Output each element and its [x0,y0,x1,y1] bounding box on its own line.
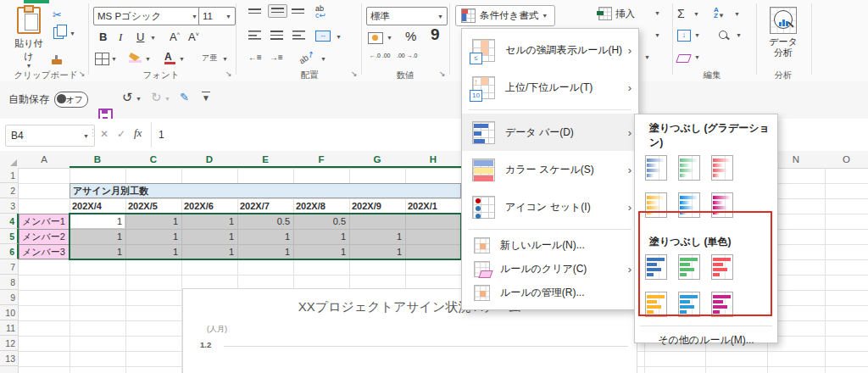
shrink-font-button[interactable]: A˅ [188,31,199,43]
decrease-indent-button[interactable]: ←≡ [248,53,262,62]
undo-icon[interactable]: ↺ [122,90,133,105]
row-header-10[interactable]: 10 [0,305,19,320]
row-header-7[interactable]: 7 [0,259,19,275]
wrap-text-button[interactable]: abc↩ [315,5,326,19]
fill-color-button[interactable] [129,53,142,63]
menu-item-data-bars[interactable]: データ バー(D)› [462,114,638,151]
menu-item-color-scales[interactable]: カラー スケール(S)› [462,151,638,188]
row-header-13[interactable]: 13 [0,351,19,366]
find-select-button[interactable] [719,31,727,39]
conditional-formatting-button[interactable]: 条件付き書式 ▼ [455,5,555,26]
borders-button[interactable] [95,53,109,65]
cell-B3[interactable]: 202X/4 [70,198,125,214]
cell-C4[interactable]: 1 [125,214,181,229]
databar-swatch-solid-orange[interactable] [645,292,667,317]
cell-E3[interactable]: 202X/7 [237,198,293,214]
menu-item-new-rule[interactable]: 新しいルール(N)... [462,233,638,257]
cell-D5[interactable]: 1 [181,229,237,244]
cell-G4[interactable] [349,214,405,229]
orientation-button[interactable]: ab↗ [298,48,316,65]
cut-button[interactable]: ✂ [53,8,62,21]
increase-decimal-button[interactable]: ←.0 .00 [370,53,391,58]
accounting-format-button[interactable] [368,32,383,44]
font-size-combo[interactable]: 11▼ [198,7,236,25]
col-header-O[interactable]: O [825,151,868,169]
fill-button[interactable]: ↓ [677,30,691,42]
merge-dropdown-arrow[interactable]: ▼ [336,34,342,40]
align-top-button[interactable] [248,8,261,15]
databar-swatch-solid-magenta[interactable] [711,292,733,317]
name-box-splitter[interactable]: ⋮ [88,127,97,138]
row-header-9[interactable]: 9 [0,290,19,305]
align-middle-button[interactable] [268,4,287,18]
select-all-corner[interactable] [0,151,19,169]
menu-item-top-bottom-rules[interactable]: ↑10 上位/下位ルール(T)› [462,69,638,106]
cell-F6[interactable]: 1 [293,244,349,259]
font-color-button[interactable]: A [164,51,175,64]
cell-D4[interactable]: 1 [181,214,237,229]
databar-swatch-solid-blue[interactable] [645,254,667,280]
cell-D6[interactable]: 1 [181,244,237,259]
data-analysis-button[interactable]: データ 分析 [763,7,804,58]
autosave-toggle[interactable]: オフ [54,92,88,108]
phonetic-dropdown-arrow[interactable]: ▼ [222,56,228,62]
cell-C6[interactable]: 1 [125,244,181,259]
find-dropdown-arrow[interactable]: ▼ [736,32,742,38]
underline-dropdown-arrow[interactable]: ▼ [150,35,156,41]
autosum-button[interactable]: Σ [677,7,685,20]
font-name-combo[interactable]: MS Pゴシック▼ [93,7,202,25]
percent-style-button[interactable]: % [405,29,416,43]
align-bottom-button[interactable] [292,8,304,15]
cell-B4[interactable]: 1 [70,214,125,229]
row-header-2[interactable]: 2 [0,183,19,198]
menu-item-highlight-cells-rules[interactable]: ≤ セルの強調表示ルール(H)› [462,31,638,69]
align-right-button[interactable] [292,31,305,40]
databar-swatch-gradient-purple[interactable] [711,192,733,218]
databar-swatch-solid-lightblue[interactable] [678,292,700,317]
align-left-button[interactable] [248,31,261,40]
qat-overflow-icon[interactable]: ▼ [202,92,210,103]
databar-swatch-gradient-lightblue[interactable] [678,192,700,218]
row-header-5[interactable]: 5 [0,229,19,244]
cell-F4[interactable]: 0.5 [293,214,349,229]
menu-item-manage-rules[interactable]: ルールの管理(R)... [462,281,638,304]
sort-filter-button[interactable]: AZ▼ [714,7,725,19]
cell-F5[interactable]: 1 [293,229,349,244]
row-header-8[interactable]: 8 [0,275,19,290]
cell-G3[interactable]: 202X/9 [349,198,405,214]
undo-dropdown-arrow[interactable]: ▼ [136,96,142,102]
row-header-14[interactable] [0,366,19,373]
borders-dropdown-arrow[interactable]: ▼ [111,56,117,62]
cell-A5-member[interactable]: メンバー2 [19,229,70,244]
decrease-decimal-button[interactable]: .00 →.0 [397,53,418,58]
row-header-1[interactable]: 1 [0,168,19,183]
cell-B6[interactable]: 1 [70,244,125,259]
cell-B2-table-title[interactable]: アサイン月別工数 [70,183,461,198]
paste-button[interactable]: 貼り付け ▼ [10,5,47,69]
merge-center-button[interactable]: ↔ [315,31,331,42]
databar-swatch-solid-green[interactable] [678,254,700,280]
font-dialog-launcher[interactable]: ↘ [225,70,232,78]
redo-icon[interactable]: ↻ [151,90,162,105]
fx-icon[interactable]: fx [134,126,142,140]
databar-swatch-gradient-orange[interactable] [645,192,667,218]
increase-indent-button[interactable]: →≡ [270,53,283,62]
databar-swatch-solid-red[interactable] [711,254,733,280]
name-box[interactable]: B4 ▼ [5,125,95,147]
cell-E5[interactable]: 1 [237,229,293,244]
number-format-combo[interactable]: 標準▼ [366,7,448,25]
ink-replay-icon[interactable]: ✎ [180,91,189,103]
databar-swatch-gradient-red[interactable] [711,155,733,181]
databar-swatch-gradient-green[interactable] [678,155,700,181]
sort-filter-dropdown-arrow[interactable]: ▼ [734,11,740,17]
clear-button[interactable] [677,54,690,63]
row-header-6[interactable]: 6 [0,244,19,259]
cell-B5[interactable]: 1 [70,229,125,244]
fill-color-dropdown-arrow[interactable]: ▼ [145,56,151,62]
fill-dropdown-arrow[interactable]: ▼ [694,32,700,38]
delete-dropdown-arrow[interactable]: ▼ [654,32,660,38]
insert-cells-button[interactable] [598,7,612,24]
copy-dropdown-arrow[interactable]: ▼ [70,31,75,36]
menu-item-clear-rules[interactable]: ルールのクリア(C)› [462,257,638,281]
cell-A6-member[interactable]: メンバー3 [19,244,70,259]
